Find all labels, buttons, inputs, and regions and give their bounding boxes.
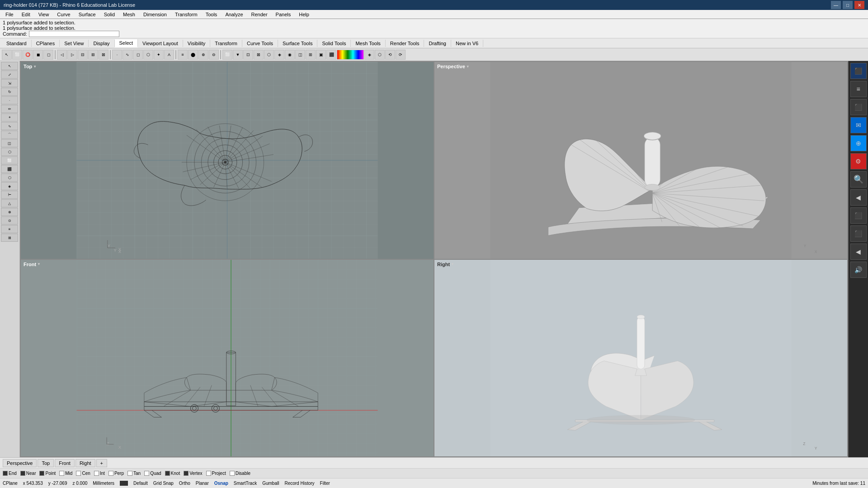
tool-pointer[interactable]: ↖ [1, 62, 18, 70]
os-collapse[interactable]: ◀ [850, 189, 867, 206]
os-search[interactable]: 🔍 [850, 171, 867, 188]
os-sound[interactable]: 🔊 [850, 262, 867, 278]
vp-tab-plus[interactable]: + [96, 459, 107, 467]
tool-select-annot[interactable]: A [164, 50, 174, 60]
tab-select[interactable]: Select [115, 39, 138, 47]
tool-select-mesh[interactable]: ⬡ [143, 50, 153, 60]
vp-tab-top[interactable]: Top [38, 459, 54, 467]
os-tool-2[interactable]: ≡ [850, 81, 867, 97]
tab-surface-tools[interactable]: Surface Tools [278, 40, 317, 47]
os-mail[interactable]: ✉ [850, 117, 867, 133]
tool-sel-color[interactable]: ⬤ [188, 50, 198, 60]
close-button[interactable]: ✕ [854, 1, 864, 9]
tool-layer[interactable]: ≡ [1, 225, 18, 233]
tab-drafting[interactable]: Drafting [424, 40, 451, 47]
tool-mesh2[interactable]: ◈ [1, 182, 18, 190]
tool-more4[interactable]: ◈ [274, 50, 284, 60]
menu-curve[interactable]: Curve [53, 11, 74, 18]
os-tool-5[interactable]: ⊕ [850, 135, 867, 151]
maximize-button[interactable]: □ [843, 1, 853, 9]
viewport-right[interactable]: Right [434, 260, 847, 457]
snap-vertex[interactable]: Vertex [184, 471, 202, 476]
tab-render-tools[interactable]: Render Tools [386, 40, 425, 47]
os-tool-3[interactable]: ⬛ [850, 99, 867, 115]
tab-standard[interactable]: Standard [2, 40, 32, 47]
menu-dimension[interactable]: Dimension [140, 11, 170, 18]
snap-quad[interactable]: Quad [144, 471, 161, 476]
planar-toggle[interactable]: Planar [196, 481, 209, 486]
tool-more9[interactable]: ⬛ [326, 50, 336, 60]
tool-snap1[interactable]: ⊕ [1, 208, 18, 216]
menu-tools[interactable]: Tools [202, 11, 221, 18]
tool-dim2[interactable]: △ [1, 199, 18, 207]
tab-viewport-layout[interactable]: Viewport Layout [138, 40, 183, 47]
tool-transform[interactable]: ⤢ [1, 70, 18, 79]
tool-more10[interactable]: ◈ [364, 50, 374, 60]
snap-perp[interactable]: Perp [108, 471, 124, 476]
tool-select-all[interactable]: ◼ [33, 50, 43, 60]
menu-help[interactable]: Help [295, 11, 313, 18]
snap-int[interactable]: Int [94, 471, 105, 476]
os-capture[interactable]: ⬛ [850, 207, 867, 224]
menu-panels[interactable]: Panels [272, 11, 295, 18]
tool-scale[interactable]: ⇲ [1, 79, 18, 87]
viewport-front[interactable]: Front [21, 260, 434, 457]
tool-sel-layer[interactable]: ≡ [178, 50, 188, 60]
tool-select-next[interactable]: ▷ [67, 50, 77, 60]
vp-tab-right[interactable]: Right [75, 459, 95, 467]
snap-end[interactable]: End [3, 471, 17, 476]
viewport-perspective[interactable]: Perspective [434, 62, 847, 259]
snap-knot[interactable]: Knot [165, 471, 180, 476]
command-input[interactable] [29, 31, 119, 37]
minimize-button[interactable]: — [831, 1, 841, 9]
viewport-top-label[interactable]: Top [24, 64, 37, 69]
tool-ungroup[interactable]: ⊖ [209, 50, 219, 60]
tool-more2[interactable]: ⊠ [254, 50, 264, 60]
tool-more1[interactable]: ⊡ [243, 50, 253, 60]
tool-rotate[interactable]: ↻ [1, 88, 18, 96]
tool-select-prev[interactable]: ◁ [57, 50, 67, 60]
filter-toggle[interactable]: Filter [320, 481, 330, 486]
tool-expand[interactable]: ⊞ [88, 50, 98, 60]
tab-transform[interactable]: Transform [210, 40, 242, 47]
menu-edit[interactable]: Edit [18, 11, 34, 18]
tool-grid[interactable]: ⊞ [1, 234, 18, 242]
tool-mesh1[interactable]: ⬡ [1, 174, 18, 182]
snap-disable[interactable]: Disable [230, 471, 250, 476]
tool-group[interactable]: ⊕ [198, 50, 208, 60]
tab-new-v6[interactable]: New in V6 [451, 40, 483, 47]
viewport-top[interactable]: Top [21, 62, 434, 259]
tool-snap2[interactable]: ⊙ [1, 216, 18, 225]
grid-snap[interactable]: Grid Snap [153, 481, 174, 486]
viewport-right-label[interactable]: Right [437, 262, 454, 267]
tool-solid1[interactable]: ⬜ [1, 156, 18, 164]
tool-curve1[interactable]: ∿ [1, 122, 18, 130]
tab-mesh-tools[interactable]: Mesh Tools [351, 40, 385, 47]
tab-cplanes[interactable]: CPlanes [32, 40, 60, 47]
viewport-perspective-label[interactable]: Perspective [437, 64, 470, 69]
tool-draw2[interactable]: ⌖ [1, 113, 18, 122]
tool-select-srf[interactable]: ◻ [133, 50, 143, 60]
tab-solid-tools[interactable]: Solid Tools [317, 40, 351, 47]
tool-colorbar[interactable] [337, 50, 364, 60]
tool-select-window[interactable]: ⬜ [12, 50, 22, 60]
tool-box-select[interactable]: ⬜ [222, 50, 232, 60]
tool-select-crv[interactable]: ∿ [123, 50, 132, 60]
tool-lasso[interactable]: ⭕ [23, 50, 33, 60]
tool-more13[interactable]: ⟳ [396, 50, 406, 60]
tool-filter[interactable]: ▼ [233, 50, 243, 60]
tool-contract[interactable]: ⊠ [99, 50, 108, 60]
menu-render[interactable]: Render [248, 11, 271, 18]
menu-file[interactable]: File [2, 11, 17, 18]
snap-tan[interactable]: Tan [127, 471, 141, 476]
command-line[interactable]: Command: [3, 31, 865, 37]
tab-curve-tools[interactable]: Curve Tools [242, 40, 278, 47]
tool-more7[interactable]: ⊞ [306, 50, 316, 60]
vp-tab-perspective[interactable]: Perspective [3, 459, 37, 467]
vp-tab-front[interactable]: Front [55, 459, 75, 467]
osnap-toggle[interactable]: Osnap [214, 481, 228, 486]
os-tool-back[interactable]: ◀ [850, 244, 867, 260]
tool-srf2[interactable]: ⬡ [1, 148, 18, 156]
tool-more11[interactable]: ⬡ [375, 50, 385, 60]
tool-solid2[interactable]: ⬛ [1, 165, 18, 173]
